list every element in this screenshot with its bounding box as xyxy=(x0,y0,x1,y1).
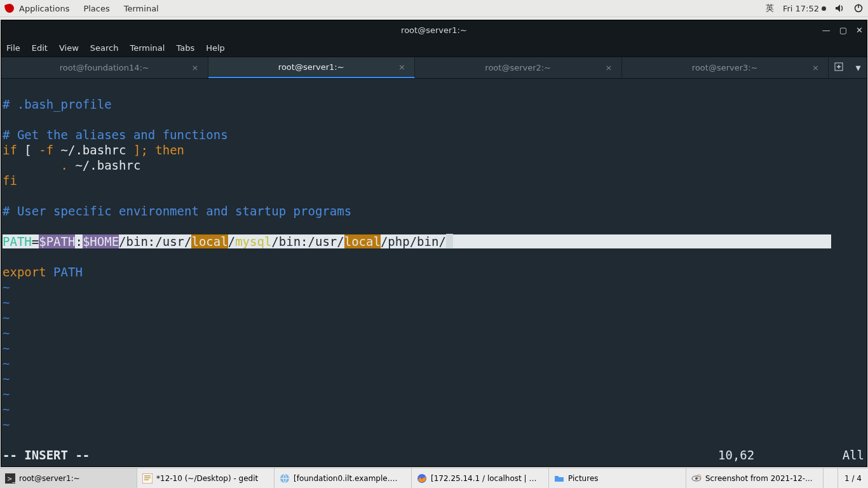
new-tab-icon[interactable] xyxy=(834,62,843,74)
ime-indicator[interactable]: 英 xyxy=(766,3,774,14)
folder-icon xyxy=(554,473,564,484)
window-titlebar[interactable]: root@server1:~ — ▢ ✕ xyxy=(1,20,867,39)
workspace-indicator[interactable]: 1 / 4 xyxy=(837,468,868,488)
tab-server1[interactable]: root@server1:~× xyxy=(208,57,416,78)
vim-cursor-pos: 10,62 xyxy=(718,447,826,463)
menu-places[interactable]: Places xyxy=(83,4,109,13)
svg-rect-1 xyxy=(858,4,859,8)
tab-close-icon[interactable]: × xyxy=(812,63,819,72)
terminal-tabbar: root@foundation14:~× root@server1:~× roo… xyxy=(1,57,867,79)
task-firefox[interactable]: [172.25.14.1 / localhost | p... xyxy=(412,468,549,488)
task-terminal[interactable]: >_ root@server1:~ xyxy=(0,468,137,488)
svg-rect-5 xyxy=(142,473,153,484)
terminal-menubar: File Edit View Search Terminal Tabs Help xyxy=(1,39,867,57)
svg-text:>_: >_ xyxy=(7,475,15,483)
redhat-logo-icon xyxy=(4,3,15,13)
close-icon[interactable]: ✕ xyxy=(856,25,863,35)
gedit-icon xyxy=(142,473,153,484)
menu-file[interactable]: File xyxy=(6,43,20,53)
volume-icon[interactable] xyxy=(835,4,845,13)
code-line: # User specific environment and startup … xyxy=(3,204,351,218)
code-line: # Get the aliases and functions xyxy=(3,128,228,142)
tab-server2[interactable]: root@server2:~× xyxy=(415,57,622,78)
tab-close-icon[interactable]: × xyxy=(606,63,613,72)
task-imageviewer[interactable]: Screenshot from 2021-12-... xyxy=(686,468,824,488)
eye-icon xyxy=(691,473,702,484)
browser-icon xyxy=(280,473,290,484)
minimize-icon[interactable]: — xyxy=(822,25,831,35)
firefox-icon xyxy=(417,473,427,484)
window-title: root@server1:~ xyxy=(401,25,467,35)
tab-close-icon[interactable]: × xyxy=(398,62,405,72)
task-browser1[interactable]: [foundation0.ilt.example.co... xyxy=(275,468,412,488)
gnome-topbar: Applications Places Terminal 英 Fri 17:52 xyxy=(0,0,868,17)
menu-search[interactable]: Search xyxy=(90,43,119,53)
menu-view[interactable]: View xyxy=(59,43,79,53)
power-icon[interactable] xyxy=(854,4,863,13)
menu-applications[interactable]: Applications xyxy=(19,4,69,13)
terminal-icon: >_ xyxy=(5,473,15,484)
menu-tabs[interactable]: Tabs xyxy=(176,43,194,53)
terminal-window: root@server1:~ — ▢ ✕ File Edit View Sear… xyxy=(1,20,867,467)
tab-close-icon[interactable]: × xyxy=(192,63,199,72)
task-files[interactable]: Pictures xyxy=(549,468,686,488)
tab-server3[interactable]: root@server3:~× xyxy=(622,57,829,78)
menu-terminal[interactable]: Terminal xyxy=(130,43,165,53)
menu-edit[interactable]: Edit xyxy=(32,43,48,53)
menu-terminal[interactable]: Terminal xyxy=(124,4,159,13)
vim-cursor xyxy=(446,234,453,248)
tab-menu-icon[interactable]: ▾ xyxy=(855,62,860,74)
menu-help[interactable]: Help xyxy=(206,43,225,53)
clock[interactable]: Fri 17:52 xyxy=(783,4,826,13)
code-line: # .bash_profile xyxy=(3,97,112,111)
gnome-taskbar: >_ root@server1:~ *12-10 (~/Desktop) - g… xyxy=(0,468,868,488)
task-gedit[interactable]: *12-10 (~/Desktop) - gedit xyxy=(137,468,275,488)
maximize-icon[interactable]: ▢ xyxy=(839,25,847,35)
vim-scroll: All xyxy=(826,447,864,463)
vim-status-line: -- INSERT -- 10,62 All xyxy=(3,447,864,463)
tab-foundation14[interactable]: root@foundation14:~× xyxy=(1,57,208,78)
vim-mode: -- INSERT -- xyxy=(3,447,90,463)
vim-editor[interactable]: # .bash_profile # Get the aliases and fu… xyxy=(1,79,867,466)
